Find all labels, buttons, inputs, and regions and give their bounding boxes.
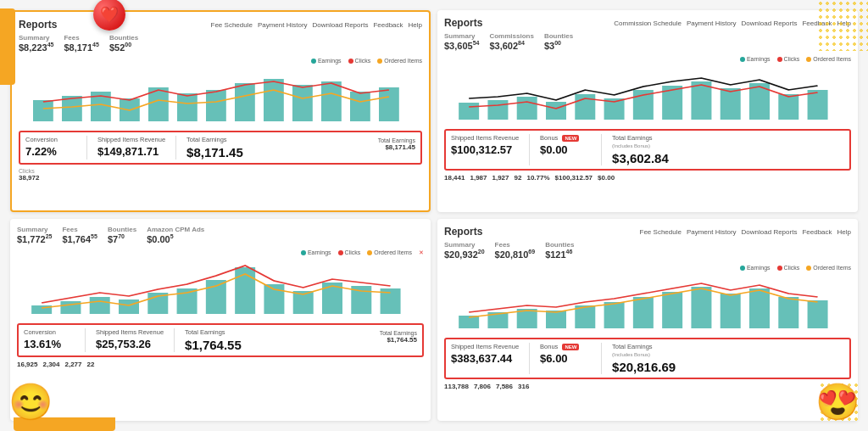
nav-download-reports-1[interactable]: Download Reports (313, 21, 369, 29)
svg-rect-44 (604, 302, 625, 328)
nav-payment-2[interactable]: Payment History (687, 20, 737, 27)
chart-svg-4 (444, 273, 851, 333)
svg-rect-29 (119, 299, 139, 314)
svg-rect-24 (778, 94, 798, 120)
nav-help-1[interactable]: Help (409, 21, 422, 29)
legend-2: Earnings Clicks Ordered Items (444, 56, 851, 62)
nav-download-2[interactable]: Download Reports (742, 20, 798, 27)
nav-feedback-4[interactable]: Feedback (802, 228, 832, 236)
stat-value-conversion-1: 7.22% (25, 145, 76, 158)
panel-header-1: Reports Fee Schedule Payment History Dow… (19, 19, 422, 31)
stat-bonus-4: Bonus NEW $6.00 (540, 343, 591, 374)
nav-fee-schedule-1[interactable]: Fee Schedule (211, 21, 253, 29)
svg-rect-9 (292, 85, 313, 121)
nav-commission-2[interactable]: Commission Schedule (614, 20, 682, 27)
new-badge-4: NEW (562, 344, 579, 350)
legend-earnings-1: Earnings (311, 58, 342, 64)
summary-item-4-2: Bounties $12146 (545, 241, 574, 260)
summary-row-4: Summary $20,93220 Fees $20,81069 Bountie… (444, 241, 851, 260)
summary-label-1-0: Summary (19, 34, 53, 42)
stat-conversion-3: Conversion 13.61% (24, 328, 75, 352)
panel-nav-4: Fee Schedule Payment History Download Re… (640, 228, 851, 236)
summary-row-3: Summary $1,77225 Fees $1,76455 Bounties … (17, 226, 424, 244)
svg-rect-47 (691, 287, 711, 328)
total-earnings-label-1: Total Earnings (378, 137, 415, 143)
clicks-val-3-3: 22 (87, 361, 95, 368)
clicks-val-2-5: $100,312.57 (555, 174, 593, 182)
summary-item-1-2: Bounties $5200 (109, 34, 138, 53)
stat-value-shipped-1: $149,871.71 (97, 145, 165, 158)
total-aside-1: Total Earnings $8,171.45 (378, 136, 415, 160)
panel-nav-1: Fee Schedule Payment History Download Re… (211, 21, 422, 29)
nav-help-4[interactable]: Help (837, 228, 851, 236)
svg-rect-51 (808, 300, 828, 328)
panel-top-left: Reports Fee Schedule Payment History Dow… (10, 10, 431, 212)
yellow-dots-top-right (817, 0, 868, 51)
legend-clicks-2: Clicks (777, 56, 800, 62)
panel-header-2: Reports Commission Schedule Payment Hist… (444, 17, 851, 29)
svg-rect-46 (662, 292, 682, 328)
summary-row-2: Summary $3,60554 Commissions $3,60284 Bo… (444, 32, 851, 51)
clicks-val-3-2: 2,277 (65, 361, 82, 368)
panel-top-right: Reports Commission Schedule Payment Hist… (437, 10, 858, 212)
total-earnings-value-1: $8,171.45 (385, 143, 415, 151)
clicks-val-4-3: 316 (518, 383, 529, 390)
chart-area-3 (17, 259, 424, 318)
stat-total-4: Total Earnings(Includes Bonus) $20,816.6… (612, 343, 676, 374)
legend-ordered-2: Ordered Items (806, 56, 851, 62)
svg-rect-28 (90, 297, 110, 314)
summary-item-2-0: Summary $3,60554 (444, 32, 479, 51)
nav-feedback-1[interactable]: Feedback (373, 21, 403, 29)
svg-rect-27 (60, 301, 81, 314)
main-wrapper: ❤️ 😊 😍 Reports Fee Schedule Payment Hist… (0, 0, 868, 431)
clicks-row-3: 16,925 2,304 2,277 22 (17, 361, 424, 368)
svg-rect-39 (459, 316, 479, 328)
clicks-row-1: Clicks 38,972 (19, 168, 422, 182)
summary-item-2-2: Bounties $300 (544, 32, 573, 51)
clicks-value-1: 38,972 (19, 174, 39, 182)
legend-earnings-2: Earnings (740, 56, 771, 62)
clicks-val-3-1: 2,304 (42, 361, 59, 368)
chart-svg-3 (17, 259, 424, 318)
stat-total-3: Total Earnings $1,764.55 (185, 328, 242, 352)
stats-box-1: Conversion 7.22% Shipped Items Revenue $… (19, 131, 422, 165)
summary-item-2-1: Commissions $3,60284 (489, 32, 533, 51)
svg-rect-32 (206, 280, 226, 314)
clicks-val-2-3: 92 (515, 174, 522, 182)
nav-fee-4[interactable]: Fee Schedule (640, 228, 682, 236)
svg-rect-22 (721, 88, 741, 120)
svg-rect-14 (487, 100, 508, 120)
stat-total-1: Total Earnings $8,171.45 (186, 136, 243, 160)
panel-bottom-left: Summary $1,77225 Fees $1,76455 Bounties … (10, 219, 431, 421)
svg-rect-0 (33, 100, 53, 121)
clicks-val-2-0: 18,441 (444, 174, 465, 182)
nav-download-4[interactable]: Download Reports (742, 228, 798, 236)
legend-3: Earnings Clicks Ordered Items ✕ (17, 249, 424, 256)
emoji-right: 😍 (815, 381, 860, 423)
svg-rect-45 (633, 297, 654, 328)
nav-payment-history-1[interactable]: Payment History (258, 21, 308, 29)
svg-rect-8 (264, 79, 284, 121)
clicks-val-2-2: 1,927 (492, 174, 509, 182)
clicks-item-1: Clicks 38,972 (19, 168, 39, 182)
svg-rect-42 (546, 311, 566, 328)
stats-box-4: Shipped Items Revenue $383,637.44 Bonus … (444, 338, 851, 379)
panel-header-4: Reports Fee Schedule Payment History Dow… (444, 226, 851, 238)
nav-payment-4[interactable]: Payment History (687, 228, 737, 236)
chart-svg-1 (19, 66, 422, 126)
stat-shipped-1: Shipped Items Revenue $149,871.71 (97, 136, 165, 160)
summary-item-4-1: Fees $20,81069 (495, 241, 536, 260)
svg-rect-25 (808, 90, 828, 120)
orange-bar-left (0, 8, 15, 85)
summary-item-1-0: Summary $8,22345 (19, 34, 53, 53)
panel-title-1: Reports (19, 19, 57, 31)
svg-rect-13 (459, 103, 479, 120)
legend-1: Earnings Clicks Ordered Items (19, 58, 422, 64)
clicks-val-4-2: 7,586 (496, 383, 513, 390)
total-aside-3: Total Earnings $1,764.55 (380, 328, 417, 352)
chart-area-2 (444, 64, 851, 124)
svg-rect-5 (177, 93, 198, 121)
stat-label-conversion-1: Conversion (25, 136, 76, 143)
stat-total-2: Total Earnings(Includes Bonus) $3,602.84 (612, 134, 669, 165)
summary-item-3-1: Fees $1,76455 (62, 226, 97, 244)
